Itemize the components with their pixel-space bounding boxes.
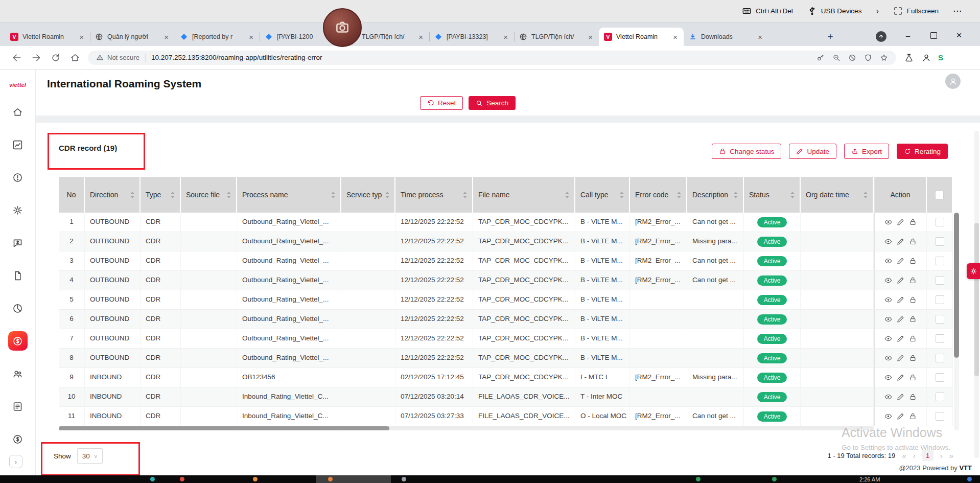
edit-icon[interactable] xyxy=(897,238,904,245)
lock-icon[interactable] xyxy=(909,257,917,265)
tab-close-icon[interactable]: × xyxy=(502,33,509,41)
sidebar-item-pie[interactable] xyxy=(8,298,28,318)
sort-icon[interactable] xyxy=(731,192,738,198)
sidebar-item-dollar[interactable] xyxy=(8,331,28,351)
column-header-source_file[interactable]: Source file xyxy=(181,177,237,213)
taskbar-app-icon[interactable] xyxy=(328,477,333,481)
lock-icon[interactable] xyxy=(909,412,917,420)
row-checkbox[interactable] xyxy=(936,315,944,324)
edit-icon[interactable] xyxy=(897,315,904,323)
taskbar-app-icon[interactable] xyxy=(967,477,972,481)
sort-icon[interactable] xyxy=(224,192,231,198)
address-bar[interactable]: Not secure 10.207.252.135:8200/roaming-a… xyxy=(88,51,896,65)
horizontal-scrollbar[interactable] xyxy=(59,426,874,430)
sort-icon[interactable] xyxy=(127,192,134,198)
reset-button[interactable]: Reset xyxy=(420,96,463,110)
column-header-process_name[interactable]: Process name xyxy=(237,177,341,213)
view-icon[interactable] xyxy=(884,218,892,226)
view-icon[interactable] xyxy=(884,412,892,420)
column-header-description[interactable]: Description xyxy=(687,177,744,213)
view-icon[interactable] xyxy=(884,296,892,304)
sidebar-item-chat[interactable] xyxy=(8,233,28,252)
new-tab-button[interactable]: + xyxy=(824,30,837,43)
tab-close-icon[interactable]: × xyxy=(672,33,679,41)
row-checkbox[interactable] xyxy=(936,295,944,304)
browser-tab[interactable]: Quản lý người× xyxy=(90,28,175,46)
sort-icon[interactable] xyxy=(617,192,624,198)
view-icon[interactable] xyxy=(884,335,892,342)
update-button[interactable]: Update xyxy=(789,144,836,159)
next-page-button[interactable]: › xyxy=(940,451,943,460)
column-header-type[interactable]: Type xyxy=(141,177,181,213)
page-size-select[interactable]: 30 ∨ xyxy=(77,448,103,464)
row-checkbox[interactable] xyxy=(936,257,944,265)
profile-icon[interactable] xyxy=(922,53,931,62)
horizontal-scrollbar-thumb[interactable] xyxy=(59,426,389,430)
search-button[interactable]: Search xyxy=(469,96,516,110)
home-nav-icon[interactable] xyxy=(70,53,80,63)
row-checkbox[interactable] xyxy=(936,373,944,382)
browser-tab[interactable]: VViettel Roamin× xyxy=(599,28,684,46)
lock-icon[interactable] xyxy=(909,393,917,401)
browser-tab[interactable]: [PAYBI-13323]× xyxy=(429,28,514,46)
taskbar-app-icon[interactable] xyxy=(150,477,155,481)
sidebar-item-gear[interactable] xyxy=(8,200,28,220)
zoom-icon[interactable] xyxy=(832,54,841,62)
edit-icon[interactable] xyxy=(897,277,904,284)
lock-icon[interactable] xyxy=(909,218,917,226)
row-checkbox[interactable] xyxy=(936,334,944,343)
table-vertical-scrollbar[interactable] xyxy=(954,213,959,430)
sort-icon[interactable] xyxy=(674,192,681,198)
column-header-direction[interactable]: Direction xyxy=(85,177,141,213)
lock-icon[interactable] xyxy=(909,238,917,245)
page-scrollbar-thumb[interactable] xyxy=(974,223,979,376)
password-key-icon[interactable] xyxy=(816,54,825,62)
edit-icon[interactable] xyxy=(897,296,904,304)
back-icon[interactable] xyxy=(12,53,22,63)
column-header-service_type[interactable]: Service type xyxy=(341,177,395,213)
ctrl-alt-del-button[interactable]: Ctrl+Alt+Del xyxy=(742,6,793,16)
prev-page-button[interactable]: ‹ xyxy=(913,451,916,460)
forward-icon[interactable] xyxy=(31,53,41,63)
taskbar-app-icon[interactable] xyxy=(402,477,406,481)
view-icon[interactable] xyxy=(884,238,892,245)
tab-close-icon[interactable]: × xyxy=(248,33,254,41)
sort-icon[interactable] xyxy=(168,192,175,198)
export-button[interactable]: Export xyxy=(844,144,889,159)
row-checkbox[interactable] xyxy=(936,393,944,401)
sidebar-item-home[interactable] xyxy=(8,102,28,122)
browser-tab[interactable]: [Reported by r× xyxy=(175,28,260,46)
content-blocked-icon[interactable] xyxy=(848,54,856,62)
column-header-status[interactable]: Status xyxy=(744,177,801,213)
view-icon[interactable] xyxy=(884,374,892,381)
view-icon[interactable] xyxy=(884,354,892,362)
taskbar-app-icon[interactable] xyxy=(772,477,777,481)
column-header-org_date_time[interactable]: Org date time xyxy=(801,177,874,213)
window-close-button[interactable]: × xyxy=(951,28,967,43)
row-checkbox[interactable] xyxy=(936,218,944,226)
current-page-button[interactable]: 1 xyxy=(922,450,934,461)
sidebar-item-list[interactable] xyxy=(8,397,28,416)
browser-update-button[interactable] xyxy=(876,31,886,42)
browser-tab[interactable]: Downloads× xyxy=(684,28,768,46)
tab-close-icon[interactable]: × xyxy=(78,33,85,41)
taskbar-app-icon[interactable] xyxy=(696,477,701,481)
tab-close-icon[interactable]: × xyxy=(587,33,594,41)
sort-icon[interactable] xyxy=(562,192,569,198)
column-header-file_name[interactable]: File name xyxy=(473,177,575,213)
column-header-call_type[interactable]: Call type xyxy=(575,177,630,213)
tab-close-icon[interactable]: × xyxy=(163,33,170,41)
extension-flask-icon[interactable] xyxy=(904,53,914,62)
lock-icon[interactable] xyxy=(909,335,917,342)
sidebar-item-users[interactable] xyxy=(8,364,28,383)
view-icon[interactable] xyxy=(884,315,892,323)
sort-icon[interactable] xyxy=(460,192,467,198)
select-all-checkbox[interactable] xyxy=(935,191,944,199)
sidebar-item-dollar-circle[interactable] xyxy=(8,429,28,449)
view-icon[interactable] xyxy=(884,393,892,401)
view-icon[interactable] xyxy=(884,277,892,284)
sort-icon[interactable] xyxy=(860,192,868,198)
more-options-icon[interactable]: ⋯ xyxy=(953,6,963,16)
edit-icon[interactable] xyxy=(897,335,904,342)
window-minimize-button[interactable]: – xyxy=(900,28,916,43)
